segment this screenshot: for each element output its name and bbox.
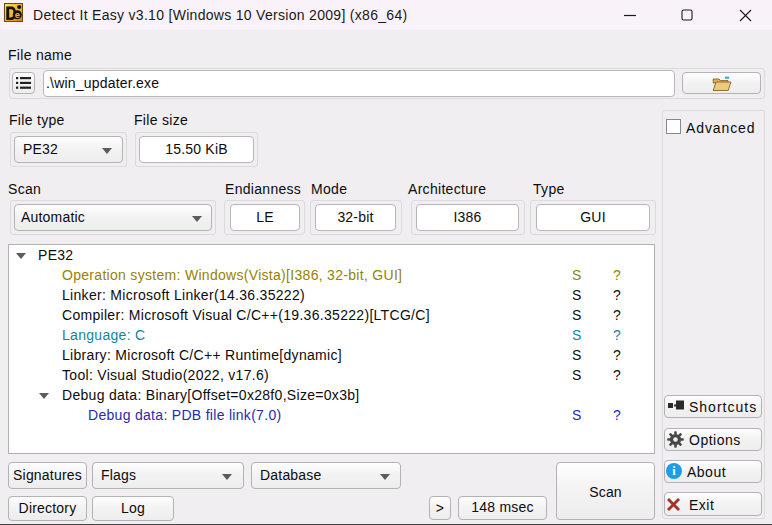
svg-text:e: e — [15, 9, 20, 20]
